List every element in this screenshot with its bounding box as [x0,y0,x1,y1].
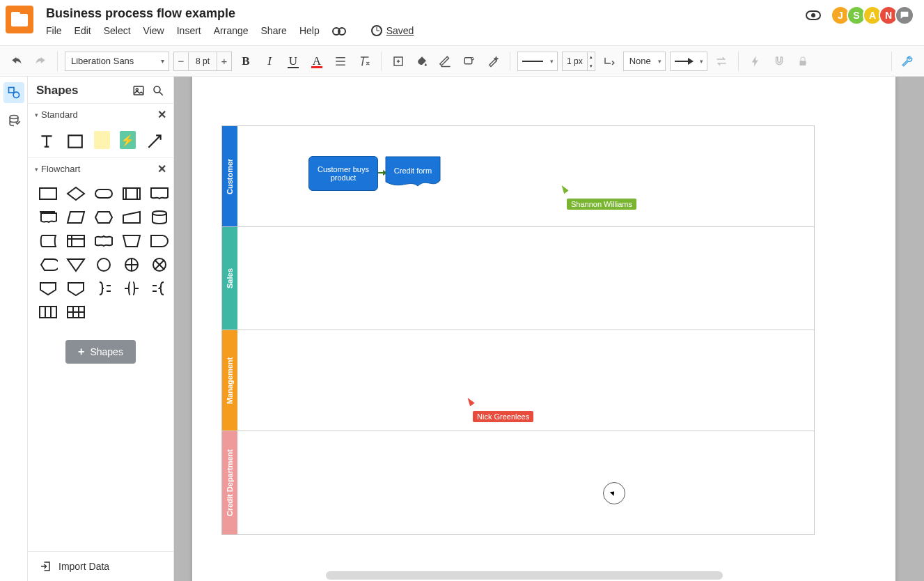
fc-decision[interactable] [65,185,86,202]
swimlane-container[interactable]: Customer Customer buys product Credit fo… [221,125,815,535]
data-panel-toggle[interactable] [3,110,24,131]
menu-insert[interactable]: Insert [177,25,201,36]
page[interactable]: Customer Customer buys product Credit fo… [192,77,895,581]
line-width-down[interactable]: ▾ [588,61,595,70]
rect-shape[interactable] [65,131,84,152]
comments-icon[interactable] [895,6,914,25]
svg-point-16 [97,258,110,271]
save-status[interactable]: Saved [371,25,414,36]
lane-customer-header[interactable]: Customer [222,126,237,226]
present-icon[interactable] [806,10,821,20]
font-size-stepper[interactable]: − 8 pt + [173,52,232,71]
line-style-select[interactable] [517,52,558,71]
more-shapes-button[interactable]: Shapes [65,340,136,364]
lane-customer[interactable]: Customer Customer buys product Credit fo… [222,126,814,227]
fc-connector[interactable] [93,256,114,273]
arrow-shape[interactable] [146,131,164,152]
fc-sum[interactable] [121,256,142,273]
home-folder-icon[interactable] [6,6,33,33]
border-color-button[interactable] [436,52,455,71]
fc-terminator[interactable] [93,185,114,202]
align-button[interactable] [331,52,350,71]
lane-sales[interactable]: Sales [222,227,814,330]
settings-wrench-icon[interactable] [898,52,917,71]
lane-credit[interactable]: Credit Department [222,431,814,534]
fc-tape[interactable] [93,233,114,249]
line-width-up[interactable]: ▴ [588,52,595,61]
fc-brace-both[interactable] [121,280,142,297]
horizontal-scrollbar[interactable] [326,571,723,580]
menu-file[interactable]: File [46,25,62,36]
lane-management-header[interactable]: Management [222,330,237,431]
shape-credit-form[interactable]: Credit form [385,156,441,189]
import-data-button[interactable]: Import Data [28,551,173,581]
fill-color-button[interactable] [412,52,432,71]
redo-button[interactable] [31,52,50,71]
fc-predefined[interactable] [121,185,142,202]
clear-format-button[interactable] [354,52,374,71]
close-standard-icon[interactable]: ✕ [157,108,166,121]
menu-view[interactable]: View [143,25,164,36]
fc-data[interactable] [65,209,86,226]
font-size-increase[interactable]: + [217,55,231,67]
menu-select[interactable]: Select [104,25,131,36]
shape-customer-buys[interactable]: Customer buys product [308,156,378,191]
fc-display[interactable] [38,256,58,273]
action-shape[interactable] [120,131,136,149]
menu-arrange[interactable]: Arrange [214,25,249,36]
fc-input[interactable] [121,209,142,226]
menu-share[interactable]: Share [261,25,287,36]
fc-grid[interactable] [65,304,86,320]
fc-brace-left[interactable] [149,280,170,297]
underline-button[interactable]: U [283,52,303,71]
fc-process[interactable] [38,185,58,202]
line-width-stepper[interactable]: 1 px ▴▾ [562,52,595,71]
fc-multidoc[interactable] [38,209,58,226]
image-library-icon[interactable] [132,84,146,98]
italic-button[interactable]: I [260,52,279,71]
note-shape[interactable] [94,131,110,149]
find-icon[interactable] [332,26,346,36]
fc-database[interactable] [149,209,170,226]
shape-style-button[interactable] [460,52,479,71]
magic-style-button[interactable] [483,52,503,71]
fc-card[interactable] [65,280,86,297]
section-flowchart[interactable]: ▾Flowchart✕ [28,157,173,180]
lane-sales-header[interactable]: Sales [222,227,237,330]
fc-document[interactable] [149,185,170,202]
search-shapes-icon[interactable] [151,84,165,98]
snap-icon[interactable] [769,52,789,71]
section-standard[interactable]: ▾Standard✕ [28,103,173,125]
arrow-end-select[interactable] [670,52,707,71]
fc-manual[interactable] [121,233,142,249]
font-family-select[interactable]: Liberation Sans [65,52,169,71]
undo-button[interactable] [7,52,26,71]
bold-button[interactable]: B [236,52,256,71]
fc-storage[interactable] [38,233,58,249]
fc-brace-right[interactable] [93,280,114,297]
fc-or[interactable] [149,256,170,273]
text-color-button[interactable]: A [307,52,327,71]
swap-ends-button[interactable] [712,52,731,71]
fc-offpage[interactable] [38,280,58,297]
menu-edit[interactable]: Edit [75,25,91,36]
lock-icon[interactable] [793,52,813,71]
font-size-value[interactable]: 8 pt [188,52,217,70]
canvas[interactable]: Customer Customer buys product Credit fo… [174,77,924,581]
shape-size-button[interactable] [389,52,408,71]
arrow-start-select[interactable]: None [623,52,666,71]
fc-delay[interactable] [149,233,170,249]
automation-icon[interactable] [746,52,765,71]
fc-merge[interactable] [65,256,86,273]
font-size-decrease[interactable]: − [174,55,188,67]
close-flowchart-icon[interactable]: ✕ [157,162,166,176]
fc-preparation[interactable] [93,209,114,226]
fc-table[interactable] [38,304,58,320]
line-routing-button[interactable] [600,52,619,71]
menu-help[interactable]: Help [299,25,320,36]
document-title[interactable]: Business process flow example [46,6,806,21]
fc-internal[interactable] [65,233,86,249]
text-shape[interactable] [38,131,56,152]
lane-credit-header[interactable]: Credit Department [222,431,237,534]
shapes-panel-toggle[interactable] [3,82,24,103]
